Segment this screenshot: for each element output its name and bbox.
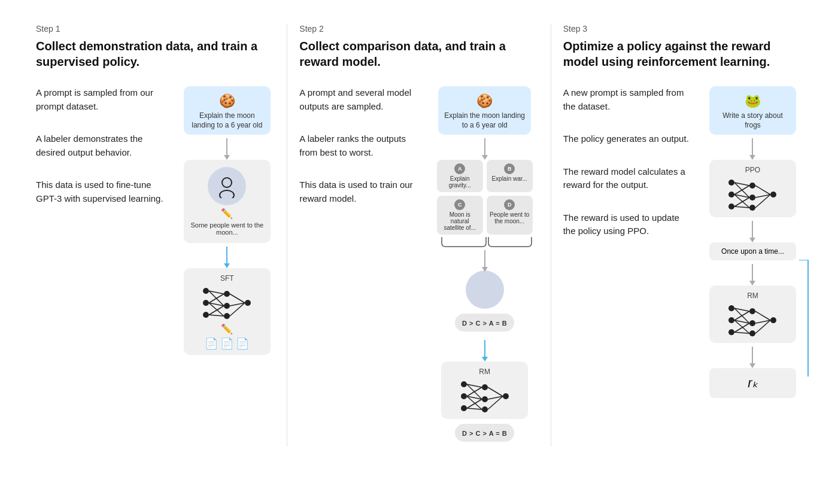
step2-text3: This data is used to train our reward mo…: [299, 178, 421, 205]
svg-point-42: [728, 204, 734, 210]
step2-text2: A labeler ranks the outputs from best to…: [299, 132, 421, 159]
badge-d: D: [504, 199, 515, 210]
step2-label: Step 2: [299, 24, 538, 34]
svg-point-6: [203, 312, 209, 318]
badge-b: B: [504, 163, 515, 174]
frog-icon: 🐸: [715, 93, 790, 109]
pencil2-icon: ✏️: [221, 323, 233, 335]
svg-point-8: [224, 303, 230, 309]
main-layout: Step 1 Collect demonstration data, and t…: [24, 24, 814, 447]
svg-point-61: [728, 329, 734, 335]
labeler-person: [208, 167, 246, 205]
svg-line-53: [734, 207, 749, 208]
svg-point-9: [224, 313, 230, 319]
svg-point-64: [749, 330, 755, 336]
svg-point-27: [482, 396, 488, 402]
svg-point-26: [482, 384, 488, 390]
ranking-text: D > C > A = B: [462, 320, 507, 327]
step2-prompt-card: 🍪 Explain the moon landing to a 6 year o…: [438, 86, 531, 135]
svg-point-23: [461, 381, 467, 387]
svg-point-60: [728, 317, 734, 323]
svg-point-21: [481, 282, 489, 290]
step1-text3: This data is used to fine-tune GPT-3 wit…: [36, 178, 169, 205]
svg-point-44: [749, 195, 755, 201]
step1-text1: A prompt is sampled from our prompt data…: [36, 86, 169, 113]
step3-column: Step 3 Optimize a policy against the rew…: [551, 24, 814, 447]
step1-prompt-text: Explain the moon landing to a 6 year old: [190, 111, 265, 130]
svg-point-43: [749, 183, 755, 189]
svg-point-41: [728, 192, 734, 198]
step1-labeler-card: ✏️ Some people went to the moon...: [184, 160, 271, 243]
step3-prompt-card: 🐸 Write a story about frogs: [709, 86, 796, 135]
svg-point-59: [728, 305, 734, 311]
step3-arrow1: [752, 138, 753, 156]
svg-line-73: [755, 311, 770, 320]
step1-prompt-card: 🍪 Explain the moon landing to a 6 year o…: [184, 86, 271, 135]
svg-line-34: [467, 396, 482, 409]
sft-nn-svg: [200, 285, 254, 321]
step3-text1: A new prompt is sampled from the dataset…: [563, 86, 694, 113]
step1-text2: A labeler demonstrates the desired outpu…: [36, 132, 169, 159]
svg-line-18: [230, 294, 245, 303]
option-b: B Explain war...: [487, 160, 533, 192]
svg-line-49: [734, 186, 749, 195]
svg-point-2: [223, 178, 231, 187]
svg-point-24: [461, 393, 467, 399]
svg-point-62: [749, 308, 755, 314]
option-a: A Explain gravity...: [437, 160, 483, 192]
step1-diagram: 🍪 Explain the moon landing to a 6 year o…: [179, 86, 275, 355]
option-a-text: Explain gravity...: [440, 175, 480, 189]
ppo-label: PPO: [745, 166, 760, 174]
step1-title: Collect demonstration data, and train a …: [36, 38, 275, 69]
reward-symbol: rₖ: [748, 375, 757, 390]
option-d-text: People went to the moon...: [490, 211, 530, 224]
svg-line-72: [734, 332, 749, 333]
svg-line-37: [488, 387, 503, 396]
step3-diagram: 🐸 Write a story about frogs PPO: [703, 86, 802, 398]
svg-line-36: [467, 408, 482, 409]
ppo-nn-card: PPO: [709, 160, 796, 217]
svg-point-7: [224, 291, 230, 297]
svg-line-39: [488, 396, 503, 409]
step2-nn-card: RM: [441, 362, 528, 419]
svg-point-22: [478, 294, 491, 302]
step1-edit-area: ✏️: [189, 208, 266, 219]
svg-line-17: [209, 315, 224, 316]
doc1-icon: 📄: [205, 337, 218, 350]
rm2-label: RM: [747, 292, 758, 300]
rm2-nn-svg: [725, 302, 779, 338]
step2-column: Step 2 Collect comparison data, and trai…: [287, 24, 551, 447]
step1-column: Step 1 Collect demonstration data, and t…: [24, 24, 287, 447]
svg-line-75: [755, 320, 770, 333]
ppo-nn-svg: [725, 177, 779, 212]
badge-c: C: [454, 199, 465, 210]
pencil-icon: ✏️: [221, 208, 233, 219]
svg-point-40: [728, 180, 734, 186]
step3-title: Optimize a policy against the reward mod…: [563, 38, 802, 69]
step1-arrow1: [226, 138, 227, 156]
svg-point-63: [749, 320, 755, 326]
svg-point-28: [482, 406, 488, 412]
ranking-badge2: D > C > A = B: [455, 424, 514, 442]
svg-line-15: [209, 303, 224, 316]
doc3-icon: 📄: [236, 337, 249, 350]
output-text-card: Once upon a time...: [709, 242, 796, 260]
step3-arrow3: [752, 264, 753, 282]
svg-line-54: [755, 186, 770, 195]
step2-title: Collect comparison data, and train a rew…: [299, 38, 538, 69]
svg-line-56: [755, 195, 770, 208]
svg-point-10: [245, 300, 251, 306]
ranking-text2: D > C > A = B: [462, 430, 507, 437]
option-c-text: Moon is natural satellite of...: [440, 211, 480, 231]
step2-arrow1: [484, 138, 485, 156]
svg-point-45: [749, 205, 755, 211]
svg-point-25: [461, 405, 467, 411]
step3-prompt-text: Write a story about frogs: [715, 111, 790, 130]
step2-arrow2: [484, 250, 485, 268]
rm-nn-svg: [458, 378, 512, 414]
step1-label: Step 1: [36, 24, 275, 34]
rm-label: RM: [479, 368, 490, 376]
ranking-badge: D > C > A = B: [455, 314, 514, 332]
docs-icons: 📄 📄 📄: [205, 337, 249, 350]
step2-prompt-text: Explain the moon landing to a 6 year old: [444, 111, 525, 130]
